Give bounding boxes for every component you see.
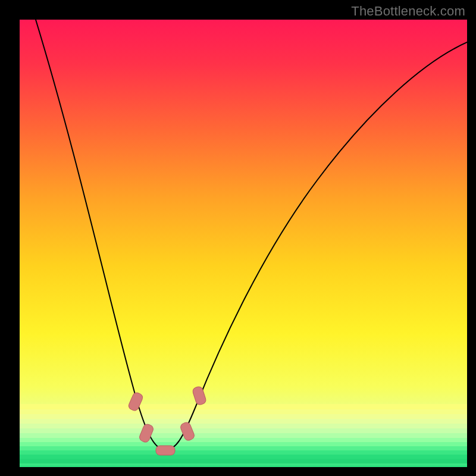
gradient-stripe — [20, 428, 467, 433]
gradient-stripe — [20, 450, 467, 455]
curve-marker — [156, 446, 175, 455]
chart-frame: TheBottleneck.com — [0, 0, 476, 476]
gradient-stripe — [20, 433, 467, 438]
gradient-stripe — [20, 409, 467, 414]
gradient-stripe — [20, 404, 467, 409]
gradient-stripe — [20, 419, 467, 424]
gradient-stripe — [20, 446, 467, 450]
gradient-stripe — [20, 414, 467, 419]
gradient-background — [20, 20, 467, 467]
gradient-stripe — [20, 424, 467, 428]
plot-svg — [20, 20, 467, 467]
plot-area — [20, 20, 467, 467]
watermark-text: TheBottleneck.com — [351, 4, 465, 19]
svg-rect-2 — [156, 446, 175, 455]
gradient-stripe — [20, 455, 467, 459]
gradient-stripe — [20, 442, 467, 446]
gradient-stripe — [20, 459, 467, 464]
gradient-stripe — [20, 438, 467, 442]
